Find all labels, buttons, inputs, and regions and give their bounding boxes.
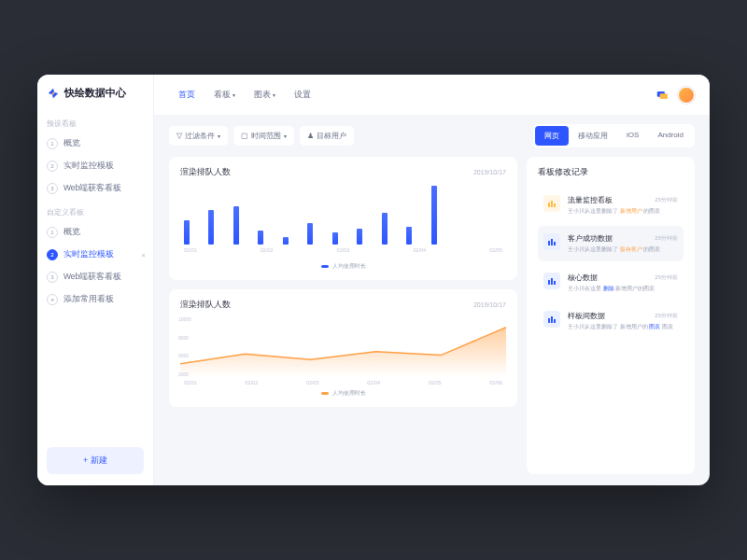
x-label: 02/04 [367,380,380,385]
svg-rect-12 [551,316,553,323]
message-icon[interactable] [655,89,669,102]
bar-chart-date: 2019/10/17 [473,169,506,175]
segment-移动应用[interactable]: 移动应用 [569,126,617,146]
sidebar-item[interactable]: 2实时监控模板 [37,155,153,177]
svg-rect-4 [554,203,556,207]
filter-button[interactable]: ▽过滤条件▾ [169,126,228,146]
sidebar-item[interactable]: 1概览 [37,133,153,155]
nav-看板[interactable]: 看板▾ [204,86,245,104]
x-label: 02/01 [184,247,197,253]
log-column: 看板修改记录 流量监控看板25分钟前王小川从这里删除了 新增用户 的图表客户成功… [527,157,695,474]
x-label: 02/01 [184,380,197,385]
chevron-down-icon: ▾ [218,133,220,139]
topnav-right [655,87,695,104]
add-board-item[interactable]: + 添加常用看板 [37,288,153,311]
bar [258,231,263,245]
segment-网页[interactable]: 网页 [535,126,569,146]
log-item[interactable]: 流量监控看板25分钟前王小川从这里删除了 新增用户 的图表 [538,188,684,222]
timerange-button[interactable]: ▢时间范围▾ [233,126,294,146]
log-time: 25分钟前 [655,234,678,243]
svg-rect-9 [551,278,553,285]
log-item[interactable]: 核心数据25分钟前王小川在这里 删除 新增用户的图表 [538,265,684,300]
main: 首页看板▾图表▾设置 ▽过滤条件▾ ▢时间范围▾ ♟目标用户 网页移动应用iOS… [154,75,710,485]
x-label: 02/05 [429,380,442,385]
x-label: 02/04 [413,247,426,253]
svg-rect-7 [554,242,556,245]
new-button[interactable]: + 新建 [47,447,144,474]
sidebar-item[interactable]: 2实时监控模板× [37,244,153,266]
svg-rect-13 [554,319,556,323]
item-label: 概览 [63,227,80,238]
log-type-icon [543,195,560,212]
user-icon: ♟ [307,132,314,140]
bar-chart: 02/0102/0202/0302/0402/05 [180,184,506,259]
segment-iOS[interactable]: iOS [617,126,648,146]
chevron-down-icon: ▾ [233,91,235,98]
platform-segment: 网页移动应用iOSAndroid [533,124,695,147]
log-item[interactable]: 客户成功数据25分钟前王小川从这里删除了 留存客户 的图表 [538,226,684,260]
nav-设置[interactable]: 设置 [285,86,320,104]
add-board-label: 添加常用看板 [63,294,114,305]
svg-rect-5 [548,241,550,245]
bar-chart-card: 渲染排队人数 2019/10/17 02/0102/0202/0302/0402… [169,157,517,280]
nav-图表[interactable]: 图表▾ [245,86,285,104]
x-label: 02/02 [261,247,274,253]
bar [357,229,362,245]
y-label: 2000 [178,371,191,377]
sidebar-item[interactable]: 3Web端获客看板 [37,177,153,200]
svg-rect-1 [660,93,668,99]
item-label: 概览 [63,138,80,149]
x-label: 02/03 [337,247,350,253]
item-label: Web端获客看板 [63,183,121,194]
calendar-icon: ▢ [241,132,248,140]
x-label: 02/02 [245,380,258,385]
log-desc: 王小川从这里删除了 留存客户 的图表 [568,245,678,253]
item-number: 2 [47,249,58,260]
sidebar-item[interactable]: 1概览 [37,221,153,244]
charts-column: 渲染排队人数 2019/10/17 02/0102/0202/0302/0402… [169,157,517,474]
preset-section-label: 预设看板 [37,111,153,133]
bar-chart-title: 渲染排队人数 [180,166,231,178]
item-number: 1 [47,227,58,238]
log-type-icon [543,311,560,328]
bar [307,223,313,245]
sidebar: 快绘数据中心 预设看板 1概览2实时监控模板3Web端获客看板 自定义看板 1概… [37,75,154,485]
nav-首页[interactable]: 首页 [169,86,204,104]
toolbar: ▽过滤条件▾ ▢时间范围▾ ♟目标用户 网页移动应用iOSAndroid [154,115,710,157]
log-title: 看板修改记录 [538,166,684,178]
log-name: 样板间数据 [568,311,605,321]
close-icon[interactable]: × [141,251,146,259]
y-label: 5000 [178,353,191,358]
bar [233,206,239,245]
log-item[interactable]: 样板间数据25分钟前王小川从这里删除了 新增用户的 图表 图表 [538,303,684,338]
log-time: 25分钟前 [655,312,678,320]
app-window: 快绘数据中心 预设看板 1概览2实时监控模板3Web端获客看板 自定义看板 1概… [37,75,710,485]
item-label: Web端获客看板 [63,272,121,283]
item-label: 实时监控模板 [63,161,114,172]
avatar[interactable] [678,87,695,104]
area-chart-card: 渲染排队人数 2019/10/17 10000800050002000 02/0… [169,289,517,407]
sidebar-item[interactable]: 3Web端获客看板 [37,266,153,288]
svg-rect-3 [551,201,553,207]
area-chart: 10000800050002000 [180,316,506,377]
topnav: 首页看板▾图表▾设置 [154,75,710,115]
log-name: 客户成功数据 [568,233,613,244]
log-time: 25分钟前 [655,196,678,204]
chevron-down-icon: ▾ [284,133,287,139]
content: 渲染排队人数 2019/10/17 02/0102/0202/0302/0402… [154,157,710,485]
log-name: 核心数据 [568,273,598,283]
area-chart-date: 2019/10/17 [473,301,506,308]
segment-Android[interactable]: Android [648,126,693,146]
log-time: 25分钟前 [655,273,678,282]
log-type-icon [543,273,560,289]
item-number: 1 [47,138,58,149]
svg-rect-8 [548,280,550,285]
y-label: 8000 [178,335,191,341]
bar-legend: 人均使用时长 [332,262,366,271]
brand-name: 快绘数据中心 [64,86,126,100]
target-button[interactable]: ♟目标用户 [300,126,354,146]
brand-logo-icon [47,87,60,100]
legend-swatch [321,265,329,268]
svg-rect-10 [554,281,556,285]
bar [431,186,437,245]
